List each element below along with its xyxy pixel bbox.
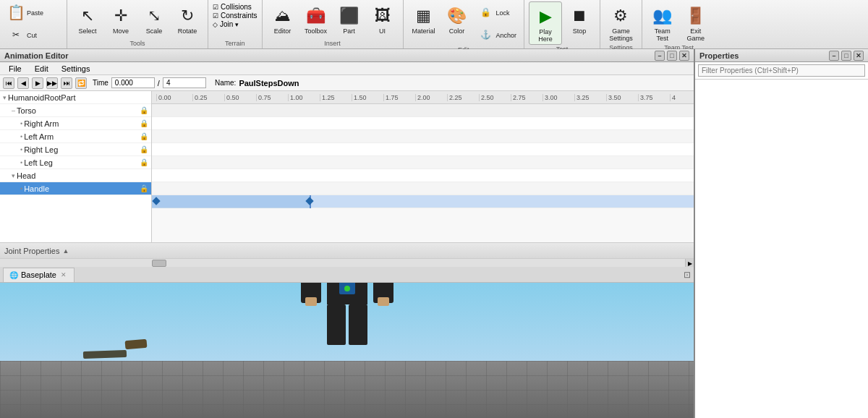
exit-game-icon: 🚪 [684, 4, 707, 27]
tab-bar: 🌐 Baseplate ✕ ⊡ [0, 267, 694, 283]
scale-button[interactable]: ⤡ Scale [138, 1, 170, 36]
exit-game-button[interactable]: 🚪 Exit Game [680, 1, 712, 43]
tree-item-handle[interactable]: • Handle 🔒 [0, 182, 151, 195]
lock-button[interactable]: 🔒 Lock [475, 1, 520, 23]
tick-2: 0.50 [224, 94, 256, 101]
viewport[interactable] [0, 283, 694, 418]
scrollbar-thumb[interactable] [152, 260, 166, 267]
anim-name-label: Name: [215, 79, 236, 87]
time-label: Time [93, 79, 109, 87]
skip-end-button[interactable]: ⏭ [61, 77, 72, 89]
roblox-character [304, 283, 391, 367]
tick-10: 2.50 [479, 94, 511, 101]
timeline-row-right-leg[interactable] [152, 156, 694, 169]
tree-item-right-arm[interactable]: • Right Arm 🔒 [0, 117, 151, 130]
tree-item-torso[interactable]: – Torso 🔒 [0, 104, 151, 117]
timeline-row-left-arm[interactable] [152, 143, 694, 156]
timeline-row-right-arm[interactable] [152, 130, 694, 143]
material-button[interactable]: ▦ Material [408, 1, 440, 36]
paste-button[interactable]: 📋 Paste [4, 1, 62, 23]
baseplate-tab[interactable]: 🌐 Baseplate ✕ [3, 268, 75, 282]
titlebar-buttons: – □ ✕ [655, 51, 689, 61]
tick-4: 1.00 [288, 94, 320, 101]
file-menu[interactable]: File [3, 64, 27, 74]
prev-frame-button[interactable]: ◀ [17, 77, 29, 89]
char-arm-left [301, 283, 321, 303]
tab-close-button[interactable]: ✕ [59, 271, 68, 278]
char-leg-right [349, 304, 367, 345]
tree-panel: ▾ HumanoidRootPart – Torso 🔒 • Right Arm… [0, 91, 152, 242]
edit-menu[interactable]: Edit [29, 64, 54, 74]
cut-icon: ✂ [7, 26, 25, 43]
time-separator: / [158, 79, 160, 88]
right-leg-lock-icon: 🔒 [140, 145, 148, 153]
tree-item-left-leg[interactable]: • Left Leg 🔒 [0, 156, 151, 169]
tick-13: 3.25 [574, 94, 606, 101]
next-frame-button[interactable]: ▶▶ [46, 77, 58, 89]
grid [0, 361, 694, 418]
tree-item-humanoid-root[interactable]: ▾ HumanoidRootPart [0, 91, 151, 104]
ui-button[interactable]: 🖼 UI [367, 1, 399, 36]
team-test-group: 👥 Team Test 🚪 Exit Game Team Test [642, 0, 716, 48]
tree-item-head[interactable]: ▾ Head [0, 169, 151, 182]
game-settings-button[interactable]: ⚙ Game Settings [605, 1, 637, 43]
anchor-button[interactable]: ⚓ Anchor [475, 24, 520, 46]
lock-icon: 🔒 [477, 4, 495, 21]
tick-11: 2.75 [511, 94, 542, 101]
editor-button[interactable]: ⛰ Editor [267, 1, 299, 36]
stop-button[interactable]: ⏹ Stop [563, 1, 595, 36]
cut-button[interactable]: ✂ Cut [4, 24, 62, 46]
left-leg-lock-icon: 🔒 [140, 158, 148, 166]
toolbox-icon: 🧰 [305, 4, 328, 27]
loop-button[interactable]: 🔁 [75, 77, 87, 89]
filter-properties-input[interactable] [698, 64, 865, 77]
close-button[interactable]: ✕ [679, 51, 689, 61]
test-group: ▶ Play Here ⏹ Stop Test [524, 0, 600, 48]
anim-editor-titlebar: Animation Editor – □ ✕ [0, 49, 694, 62]
time-total[interactable]: 4 [163, 77, 206, 88]
settings-menu[interactable]: Settings [56, 64, 96, 74]
props-maximize-button[interactable]: □ [841, 51, 851, 61]
props-close-button[interactable]: ✕ [854, 51, 864, 61]
select-button[interactable]: ↖ Select [72, 1, 103, 36]
minimize-button[interactable]: – [655, 51, 665, 61]
join-button[interactable]: ◇ Join ▾ [213, 20, 258, 28]
tick-16: 4 [670, 94, 694, 101]
properties-search-bar [695, 62, 868, 80]
handle-lock-icon: 🔒 [140, 184, 148, 192]
team-test-button[interactable]: 👥 Team Test [647, 1, 678, 43]
joint-props-label: Joint Properties [4, 247, 59, 255]
tree-item-left-arm[interactable]: • Left Arm 🔒 [0, 130, 151, 143]
play-button[interactable]: ▶ [32, 77, 43, 89]
timeline-row-head[interactable] [152, 182, 694, 195]
timeline-panel[interactable]: 0.00 0.25 0.50 0.75 1.00 1.25 1.50 1.75 … [152, 91, 694, 242]
tick-14: 3.50 [606, 94, 638, 101]
horizontal-scrollbar[interactable]: ▶ [0, 258, 694, 267]
time-input[interactable]: 0.000 [111, 77, 155, 88]
properties-titlebar: Properties – □ ✕ [695, 49, 868, 62]
skip-start-button[interactable]: ⏮ [3, 77, 14, 89]
maximize-button[interactable]: □ [667, 51, 677, 61]
props-titlebar-buttons: – □ ✕ [829, 51, 864, 61]
move-button[interactable]: ✛ Move [105, 1, 137, 36]
anim-editor-title: Animation Editor [4, 51, 69, 60]
part-button[interactable]: ⬛ Part [333, 1, 365, 36]
color-button[interactable]: 🎨 Color [441, 1, 473, 36]
collisions-checkbox[interactable]: ☑ Collisions [213, 3, 258, 11]
timeline-row-torso[interactable] [152, 117, 694, 130]
maximize-viewport-button[interactable]: ⊡ [684, 270, 691, 280]
constraints-checkbox[interactable]: ☑ Constraints [213, 12, 258, 20]
timeline-row-left-leg[interactable] [152, 169, 694, 182]
material-icon: ▦ [412, 4, 435, 27]
props-minimize-button[interactable]: – [829, 51, 839, 61]
tick-8: 2.00 [415, 94, 447, 101]
insert-group: ⛰ Editor 🧰 Toolbox ⬛ Part 🖼 UI Insert [263, 0, 404, 48]
tree-item-right-leg[interactable]: • Right Leg 🔒 [0, 143, 151, 156]
timeline-row-humanoid[interactable] [152, 104, 694, 117]
char-hand-right [378, 297, 389, 306]
viewport-section: 🌐 Baseplate ✕ ⊡ [0, 267, 694, 418]
timeline-row-handle[interactable] [152, 195, 694, 208]
play-here-button[interactable]: ▶ Play Here [529, 1, 562, 45]
rotate-button[interactable]: ↻ Rotate [171, 1, 203, 36]
toolbox-button[interactable]: 🧰 Toolbox [300, 1, 332, 36]
